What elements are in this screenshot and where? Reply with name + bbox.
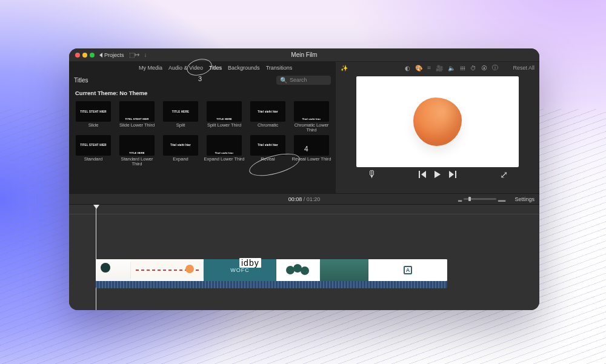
tab-transitions[interactable]: Transitions xyxy=(266,65,293,71)
tile-label: Chromatic Lower Third xyxy=(291,123,332,133)
thumb-text: TITEL STEHT HIER xyxy=(80,144,107,147)
title-tile-expand[interactable]: Titel steht hier Expand xyxy=(160,135,201,167)
tile-label: Split xyxy=(176,123,185,128)
zoom-icon[interactable] xyxy=(90,53,95,58)
panel-label: Titles xyxy=(74,77,88,84)
preview-toolbar: ✨ ◐ 🎨 ⌗ 🎥 🔈 𝍖 ⏱ ⦿ ⓘ Reset All xyxy=(336,62,539,74)
thumb-text: TITLE HERE xyxy=(129,151,144,154)
microphone-icon[interactable]: 🎙 xyxy=(367,169,377,180)
volume-icon[interactable]: 🔈 xyxy=(448,65,455,71)
thumb-text: TITLE HERE xyxy=(216,117,231,121)
thumb-text: TITLE HERE xyxy=(172,110,189,113)
clip-3-text: WOFC xyxy=(230,267,250,273)
download-icon[interactable]: ↓ xyxy=(144,51,147,58)
preview-pane: ✨ ◐ 🎨 ⌗ 🎥 🔈 𝍖 ⏱ ⦿ ⓘ Reset All 🎙 xyxy=(336,62,539,193)
timeline-settings-button[interactable]: Settings xyxy=(514,196,534,202)
tile-label: Split Lower Third xyxy=(207,123,241,128)
equalizer-icon[interactable]: 𝍖 xyxy=(460,65,465,71)
clip-1[interactable] xyxy=(96,259,131,281)
video-track[interactable]: WOFC A xyxy=(96,259,447,281)
tab-my-media[interactable]: My Media xyxy=(139,65,162,71)
crop-icon[interactable]: ⌗ xyxy=(427,64,431,71)
clip-4-shapes xyxy=(286,264,310,276)
skip-back-button[interactable] xyxy=(419,171,426,178)
cursor-text-overlay: idby xyxy=(239,258,261,268)
import-icon[interactable]: ⬚↦ xyxy=(129,51,139,58)
reset-all-button[interactable]: Reset All xyxy=(513,65,534,71)
thumb-text: TITEL STEHT HIER xyxy=(125,117,148,121)
title-tile-standard-lower-third[interactable]: TITLE HERE Standard Lower Third xyxy=(116,135,158,167)
time-bar: 00:08 / 01:20 ▂ ▂▂ Settings xyxy=(69,194,539,205)
browser-tabs: My Media Audio & Video Titles Background… xyxy=(69,62,336,74)
title-tile-chromatic[interactable]: Titel steht hier Chromatic xyxy=(247,101,288,133)
clip-6[interactable]: A xyxy=(368,259,447,281)
title-tile-chromatic-lower-third[interactable]: Titel steht hier Chromatic Lower Third xyxy=(291,101,332,133)
timeline-ruler[interactable] xyxy=(69,205,539,214)
annotation-number-3: 3 xyxy=(198,75,202,82)
preview-viewport[interactable] xyxy=(356,76,519,167)
title-tile-slide-lower-third[interactable]: TITEL STEHT HIER Slide Lower Third xyxy=(116,101,158,133)
skip-forward-button[interactable] xyxy=(449,171,456,178)
zoom-out-icon: ▂ xyxy=(458,196,462,202)
thumb-text: Titel steht hier xyxy=(170,144,191,147)
search-input[interactable]: 🔍 Search xyxy=(276,76,331,85)
clip-5[interactable] xyxy=(320,259,368,281)
title-tile-slide[interactable]: TITEL STEHT HIER Slide xyxy=(73,101,114,133)
tile-label: Chromatic xyxy=(258,123,278,128)
tile-label: Slide Lower Third xyxy=(119,123,155,128)
tile-label: Slide xyxy=(88,123,99,128)
browser-subheader: Titles 🔍 Search xyxy=(69,74,336,86)
adjustment-icons: ◐ 🎨 ⌗ 🎥 🔈 𝍖 ⏱ ⦿ ⓘ xyxy=(405,64,498,72)
playhead[interactable] xyxy=(96,205,96,310)
window-controls[interactable] xyxy=(75,53,95,58)
thumb-text: TITEL STEHT HIER xyxy=(80,110,107,113)
current-theme-label: Current Theme: No Theme xyxy=(69,86,336,100)
tile-label: Expand xyxy=(173,157,188,162)
minimize-icon[interactable] xyxy=(82,53,87,58)
fullscreen-icon[interactable]: ⤢ xyxy=(500,169,508,180)
preview-content-shape xyxy=(413,98,462,146)
titlebar: Projects ⬚↦ ↓ Mein Film xyxy=(69,48,539,62)
clip-6-badge: A xyxy=(404,266,412,274)
video-icon[interactable]: 🎥 xyxy=(436,65,443,71)
project-title: Mein Film xyxy=(291,51,317,58)
thumb-text: Titel steht hier xyxy=(258,110,278,113)
time-current: 00:08 xyxy=(288,196,302,202)
imovie-window: Projects ⬚↦ ↓ Mein Film My Media Audio &… xyxy=(69,48,539,310)
magic-wand-icon[interactable]: ✨ xyxy=(341,65,348,71)
contrast-icon[interactable]: ◐ xyxy=(405,65,410,71)
clip-2-dot xyxy=(185,265,194,273)
clip-1-shape xyxy=(101,263,110,273)
annotation-number-4: 4 xyxy=(304,145,308,153)
info-icon[interactable]: ⓘ xyxy=(492,64,498,72)
tile-label: Standard xyxy=(84,157,102,162)
titles-grid: TITEL STEHT HIER Slide TITEL STEHT HIER … xyxy=(69,100,336,171)
color-icon[interactable]: 🎨 xyxy=(415,65,422,71)
playback-controls: 🎙 ⤢ xyxy=(336,167,539,182)
chevron-left-icon xyxy=(99,53,102,58)
title-tile-expand-lower-third[interactable]: Titel steht hier Expand Lower Third xyxy=(204,135,245,167)
clip-4[interactable] xyxy=(276,259,320,281)
stabilize-icon[interactable]: ⦿ xyxy=(481,65,487,71)
thumb-text: Titel steht hier xyxy=(215,151,233,154)
play-button[interactable] xyxy=(435,171,441,178)
browser-pane: My Media Audio & Video Titles Background… xyxy=(69,62,336,193)
title-tile-split[interactable]: TITLE HERE Split xyxy=(160,101,201,133)
back-label: Projects xyxy=(104,52,124,58)
timeline-zoom-slider[interactable]: ▂ ▂▂ xyxy=(458,196,505,202)
speed-icon[interactable]: ⏱ xyxy=(470,65,476,71)
title-tile-standard[interactable]: TITEL STEHT HIER Standard xyxy=(73,135,114,167)
title-tile-split-lower-third[interactable]: TITLE HERE Split Lower Third xyxy=(204,101,245,133)
close-icon[interactable] xyxy=(75,53,80,58)
search-placeholder: Search xyxy=(290,77,307,83)
tile-label: Expand Lower Third xyxy=(204,157,245,162)
back-to-projects-button[interactable]: Projects xyxy=(99,52,124,58)
time-total: 01:20 xyxy=(307,196,321,202)
clip-2[interactable] xyxy=(131,259,204,281)
timeline-area[interactable]: WOFC A xyxy=(69,205,539,310)
zoom-in-icon: ▂▂ xyxy=(498,196,505,202)
tab-backgrounds[interactable]: Backgrounds xyxy=(228,65,260,71)
content-upper: My Media Audio & Video Titles Background… xyxy=(69,62,539,194)
audio-track[interactable] xyxy=(96,281,447,288)
thumb-text: Titel steht hier xyxy=(302,117,321,121)
